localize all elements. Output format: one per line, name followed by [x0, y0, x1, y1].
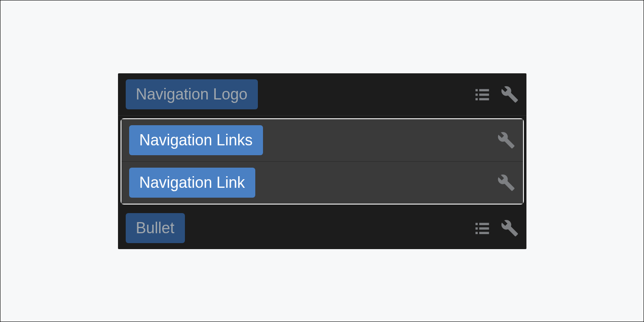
- component-tag: Navigation Logo: [126, 79, 258, 109]
- svg-rect-9: [479, 227, 489, 229]
- row-actions: [497, 131, 515, 149]
- list-icon[interactable]: [473, 85, 491, 103]
- component-panel: Navigation Logo Navigation Links Navigat…: [118, 73, 526, 249]
- svg-rect-7: [479, 223, 489, 225]
- selected-group: Navigation Links Navigation Link: [121, 118, 524, 205]
- svg-rect-3: [479, 93, 489, 96]
- list-icon[interactable]: [473, 219, 491, 237]
- svg-rect-4: [475, 98, 478, 100]
- svg-rect-0: [475, 89, 478, 91]
- component-row-navigation-link[interactable]: Navigation Link: [121, 162, 523, 204]
- wrench-icon[interactable]: [497, 174, 515, 192]
- row-actions: [473, 85, 519, 103]
- component-row-navigation-links[interactable]: Navigation Links: [121, 119, 523, 162]
- component-tag: Navigation Link: [129, 168, 255, 198]
- svg-rect-11: [479, 232, 489, 234]
- svg-rect-5: [479, 98, 489, 100]
- row-actions: [473, 219, 519, 237]
- wrench-icon[interactable]: [497, 131, 515, 149]
- component-tag: Navigation Links: [129, 125, 263, 155]
- row-actions: [497, 174, 515, 192]
- svg-rect-6: [475, 223, 478, 225]
- component-tag: Bullet: [126, 213, 185, 243]
- wrench-icon[interactable]: [501, 219, 519, 237]
- svg-rect-2: [475, 93, 478, 96]
- svg-rect-1: [479, 89, 489, 91]
- wrench-icon[interactable]: [501, 85, 519, 103]
- svg-rect-8: [475, 227, 478, 229]
- svg-rect-10: [475, 232, 478, 234]
- component-row-navigation-logo[interactable]: Navigation Logo: [118, 73, 526, 116]
- component-row-bullet[interactable]: Bullet: [118, 207, 526, 249]
